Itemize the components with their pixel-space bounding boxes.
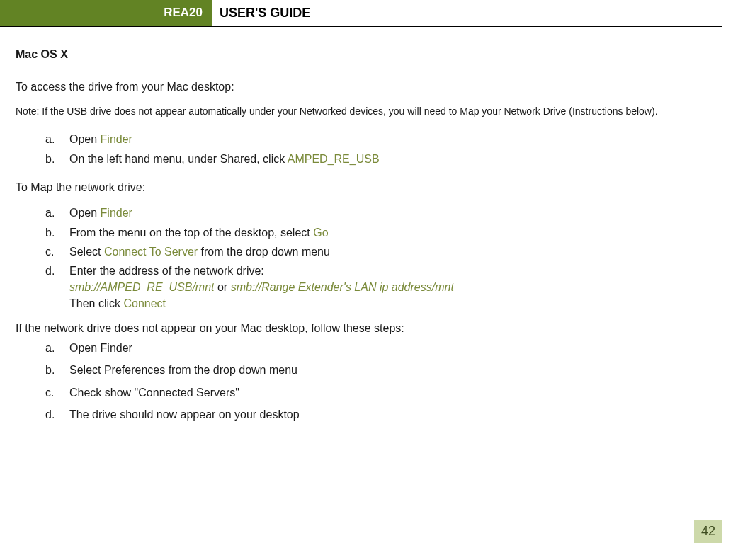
smb-address-1: smb://AMPED_RE_USB/mnt <box>69 281 215 293</box>
text: Select <box>69 246 104 258</box>
list-marker: c. <box>45 244 69 260</box>
list-marker: d. <box>45 406 69 423</box>
amped-link: AMPED_RE_USB <box>288 153 380 165</box>
intro-map-drive: To Map the network drive: <box>16 180 696 195</box>
document-content: Mac OS X To access the drive from your M… <box>0 27 738 445</box>
list-item-body: Enter the address of the network drive: … <box>69 263 696 312</box>
list-item: d. Enter the address of the network driv… <box>45 263 696 312</box>
section-heading: Mac OS X <box>16 47 696 62</box>
text: Then click <box>69 297 123 309</box>
list-item: d. The drive should now appear on your d… <box>45 406 696 423</box>
list-item-body: Select Preferences from the drop down me… <box>69 362 696 378</box>
list-marker: b. <box>45 362 69 378</box>
list-item: c. Check show "Connected Servers" <box>45 384 696 401</box>
document-header: REA20 USER'S GUIDE <box>0 0 722 27</box>
text: From the menu on the top of the desktop,… <box>69 227 313 239</box>
list-item-body: The drive should now appear on your desk… <box>69 406 696 423</box>
map-list: a. Open Finder b. From the menu on the t… <box>16 205 696 312</box>
list-item: a. Open Finder <box>45 131 696 147</box>
follow-list: a. Open Finder b. Select Preferences fro… <box>16 340 696 423</box>
list-item-body: Open Finder <box>69 131 696 147</box>
access-list: a. Open Finder b. On the left hand menu,… <box>16 131 696 166</box>
list-item: a. Open Finder <box>45 340 696 356</box>
list-item: b. Select Preferences from the drop down… <box>45 362 696 378</box>
connect-link: Connect <box>123 297 166 309</box>
list-item-body: Check show "Connected Servers" <box>69 384 696 401</box>
list-item-body: From the menu on the top of the desktop,… <box>69 224 696 241</box>
smb-address-2: smb://Range Extender's LAN ip address/mn… <box>231 281 454 293</box>
follow-intro: If the network drive does not appear on … <box>16 321 696 336</box>
follow-steps-block: If the network drive does not appear on … <box>16 321 696 423</box>
list-item: b. From the menu on the top of the deskt… <box>45 224 696 241</box>
product-badge: REA20 <box>0 0 212 26</box>
text: from the drop down menu <box>198 246 330 258</box>
list-item: b. On the left hand menu, under Shared, … <box>45 151 696 167</box>
list-marker: a. <box>45 131 69 147</box>
list-item-body: On the left hand menu, under Shared, cli… <box>69 151 696 167</box>
connect-server-link: Connect To Server <box>104 246 198 258</box>
text: Open <box>69 133 101 145</box>
page-number: 42 <box>694 520 722 543</box>
text: or <box>215 281 231 293</box>
list-marker: d. <box>45 263 69 312</box>
list-marker: a. <box>45 205 69 221</box>
list-marker: b. <box>45 224 69 241</box>
list-item: c. Select Connect To Server from the dro… <box>45 244 696 260</box>
intro-access-drive: To access the drive from your Mac deskto… <box>16 79 696 95</box>
list-item-body: Select Connect To Server from the drop d… <box>69 244 696 260</box>
finder-link: Finder <box>101 133 132 145</box>
text: Open <box>69 207 101 219</box>
list-marker: c. <box>45 384 69 401</box>
finder-link: Finder <box>101 207 132 219</box>
go-link: Go <box>313 227 328 239</box>
list-marker: b. <box>45 151 69 167</box>
text: Enter the address of the network drive: <box>69 265 264 277</box>
note-text: Note: If the USB drive does not appear a… <box>16 104 696 118</box>
list-marker: a. <box>45 340 69 356</box>
text: On the left hand menu, under Shared, cli… <box>69 153 288 165</box>
list-item-body: Open Finder <box>69 340 696 356</box>
document-title: USER'S GUIDE <box>212 0 310 26</box>
list-item-body: Open Finder <box>69 205 696 221</box>
list-item: a. Open Finder <box>45 205 696 221</box>
